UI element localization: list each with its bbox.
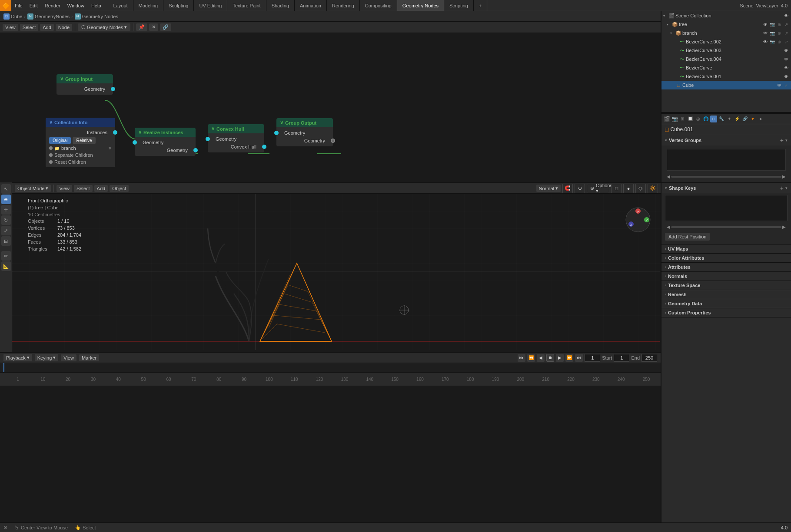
tree-eye-icon[interactable]: 👁 [762,22,768,27]
outliner-bezier[interactable]: 〜 BezierCurve 👁 [661,63,791,72]
shading-dropdown[interactable]: Normal ▾ [536,185,561,192]
play-step-back[interactable]: ◀ [537,354,545,362]
branch-render-icon[interactable]: 📷 [769,31,775,36]
uv-maps-header[interactable]: › UV Maps [661,245,791,253]
timeline-frames-area[interactable] [0,363,661,373]
tree-viewport-icon[interactable]: ⊕ [776,22,782,27]
tab-layout[interactable]: Layout [108,0,133,11]
custom-properties-header[interactable]: › Custom Properties [661,308,791,317]
solid-btn[interactable]: ● [623,184,634,193]
geometry-data-header[interactable]: › Geometry Data [661,299,791,308]
play-stop[interactable]: ⏺ [546,354,554,362]
prop-tab-world[interactable]: 🌐 [702,116,709,122]
prop-tab-viewlayer[interactable]: 🔲 [687,116,694,122]
geometry-out-socket[interactable] [111,87,115,91]
render-btn[interactable]: 🔆 [648,184,658,193]
geometry-in-socket-ch[interactable] [206,137,210,141]
branch-viewport-icon[interactable]: ⊕ [776,31,782,36]
vp-select-btn[interactable]: Select [74,185,93,192]
menu-help[interactable]: Help [88,0,105,11]
prop-tab-scene2[interactable]: ◎ [695,116,701,122]
sk-scroll-right[interactable]: ▶ [782,225,786,229]
outliner-bezier-004[interactable]: 〜 BezierCurve.004 👁 [661,55,791,63]
node-group-output[interactable]: ∨ Group Output Geometry Geometry [276,118,333,146]
breadcrumb-geometry-nodes-mod[interactable]: N GeometryNodes [27,13,70,20]
geometry-in-socket-ri[interactable] [133,140,137,145]
menu-window[interactable]: Window [64,0,88,11]
ne-add-btn[interactable]: Add [40,24,54,31]
convex-hull-collapse[interactable]: ∨ [211,126,215,132]
wireframe-btn[interactable]: ◻ [611,184,622,193]
node-collection-info[interactable]: ∨ Collection Info Instances Original Rel… [46,118,115,167]
outliner-bezier-001[interactable]: 〜 BezierCurve.001 👁 [661,72,791,81]
ne-title-dropdown[interactable]: ⬡ Geometry Nodes ▾ [78,23,130,31]
add-rest-position-btn[interactable]: Add Rest Position [665,233,710,241]
prop-tab-physics[interactable]: ⚡ [734,116,741,122]
color-attributes-header[interactable]: › Color Attributes [661,254,791,262]
b001-eye-icon[interactable]: 👁 [783,74,789,79]
branch-eye-icon[interactable]: 👁 [762,31,768,36]
breadcrumb-geometry-nodes[interactable]: N Geometry Nodes [75,13,118,20]
prop-tab-data[interactable]: ▼ [749,116,756,122]
tab-sculpting[interactable]: Sculpting [163,0,194,11]
vg-scroll-right[interactable]: ▶ [782,174,786,179]
tool-scale[interactable]: ⤢ [1,226,11,235]
prop-tab-rendersettings[interactable]: 📷 [671,116,678,122]
geometry-in-socket-go[interactable] [274,131,279,135]
tab-uv-editing[interactable]: UV Editing [194,0,227,11]
realize-instances-collapse[interactable]: ∨ [138,129,142,135]
tab-rendering[interactable]: Rendering [327,0,360,11]
tab-scripting[interactable]: Scripting [444,0,474,11]
play-prev-key[interactable]: ⏪ [527,354,535,362]
vp-object-btn[interactable]: Object [110,185,129,192]
node-editor-canvas[interactable]: ∨ Group Input Geometry ∨ Collection Info… [0,33,661,171]
play-next-key[interactable]: ⏩ [565,354,573,362]
prop-tab-particles[interactable]: ✦ [726,116,733,122]
normals-header[interactable]: › Normals [661,272,791,281]
outliner-scene-collection[interactable]: ▾ 🎬 Scene Collection 👁 [661,11,791,20]
vg-add-btn[interactable]: + [780,137,784,144]
play-step-forward[interactable]: ▶ [556,354,564,362]
start-frame-input[interactable] [614,354,629,362]
group-output-collapse[interactable]: ∨ [280,120,283,126]
b002-eye-icon[interactable]: 👁 [762,40,768,44]
current-frame-input[interactable] [585,354,600,362]
timeline-marker-btn[interactable]: Marker [79,354,99,361]
status-center-view[interactable]: 🖱 Center View to Mouse [14,525,68,530]
mode-dropdown[interactable]: Object Mode ▾ [15,185,51,192]
node-original-btn[interactable]: Original [49,137,71,144]
ne-close-btn[interactable]: ✕ [149,23,158,31]
node-group-input[interactable]: ∨ Group Input Geometry [56,74,113,95]
menu-edit[interactable]: Edit [26,0,41,11]
shape-keys-header[interactable]: ▾ Shape Keys + ▾ [661,183,791,193]
outliner-bezier-003[interactable]: 〜 BezierCurve.003 👁 [661,46,791,55]
sk-collapse-icon[interactable]: ▾ [785,186,788,190]
tab-add-workspace[interactable]: + [474,0,487,11]
play-jump-end[interactable]: ⏭ [575,354,583,362]
tool-select[interactable]: ↖ [1,184,11,194]
tree-select-icon[interactable]: ↗ [783,22,789,27]
b002-render-icon[interactable]: 📷 [769,40,775,44]
status-select[interactable]: 👆 Select [75,525,96,530]
tab-compositing[interactable]: Compositing [360,0,397,11]
b002-select-icon[interactable]: ↗ [783,40,789,44]
playback-dropdown[interactable]: Playback ▾ [3,354,32,361]
b002-viewport-icon[interactable]: ⊕ [776,40,782,44]
prop-tab-object[interactable]: □ [710,116,717,122]
tool-cursor[interactable]: ⊕ [1,195,11,204]
b004-eye-icon[interactable]: 👁 [783,57,789,62]
menu-render[interactable]: Render [41,0,64,11]
prop-tab-scene[interactable]: 🎬 [663,116,670,122]
geometry-out-socket-ri[interactable] [193,148,198,152]
blender-logo[interactable]: 🔶 [0,0,11,11]
snap-btn[interactable]: 🧲 [562,184,573,193]
vp-view-btn[interactable]: View [56,185,72,192]
geometry-out-socket-go[interactable] [331,139,335,143]
b003-eye-icon[interactable]: 👁 [783,48,789,53]
tab-geometry-nodes[interactable]: Geometry Nodes [397,0,444,11]
end-frame-input[interactable] [641,354,657,362]
remesh-header[interactable]: › Remesh [661,290,791,299]
tool-measure[interactable]: 📐 [1,261,11,271]
prop-tab-material[interactable]: ● [757,116,764,122]
texture-space-header[interactable]: › Texture Space [661,281,791,290]
